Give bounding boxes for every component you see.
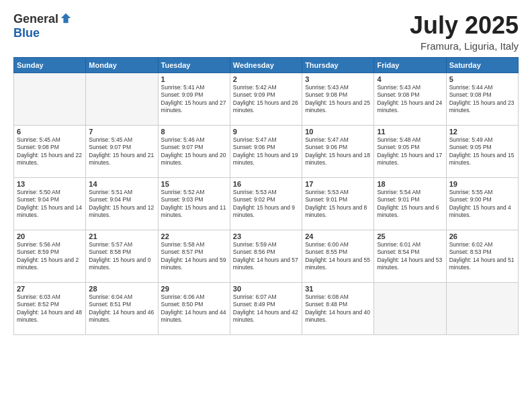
day-info: Sunrise: 6:04 AM Sunset: 8:51 PM Dayligh… — [89, 293, 154, 324]
calendar-cell — [446, 282, 518, 334]
logo-blue-text: Blue — [13, 26, 40, 40]
col-thursday: Thursday — [302, 57, 374, 73]
calendar-cell: 16Sunrise: 5:53 AM Sunset: 9:02 PM Dayli… — [230, 177, 302, 230]
day-number: 19 — [449, 180, 515, 188]
day-info: Sunrise: 5:45 AM Sunset: 9:07 PM Dayligh… — [89, 136, 154, 167]
day-number: 30 — [233, 285, 299, 293]
calendar-cell: 8Sunrise: 5:46 AM Sunset: 9:07 PM Daylig… — [158, 125, 230, 177]
day-info: Sunrise: 6:07 AM Sunset: 8:49 PM Dayligh… — [233, 293, 299, 324]
day-number: 10 — [305, 128, 371, 136]
day-info: Sunrise: 5:48 AM Sunset: 9:05 PM Dayligh… — [377, 136, 443, 167]
day-info: Sunrise: 5:47 AM Sunset: 9:06 PM Dayligh… — [305, 136, 371, 167]
calendar-cell: 9Sunrise: 5:47 AM Sunset: 9:06 PM Daylig… — [230, 125, 302, 177]
calendar-cell: 11Sunrise: 5:48 AM Sunset: 9:05 PM Dayli… — [374, 125, 446, 177]
calendar-cell: 21Sunrise: 5:57 AM Sunset: 8:58 PM Dayli… — [86, 230, 158, 282]
calendar-cell: 18Sunrise: 5:54 AM Sunset: 9:01 PM Dayli… — [374, 177, 446, 230]
day-info: Sunrise: 6:01 AM Sunset: 8:54 PM Dayligh… — [377, 241, 443, 272]
day-number: 22 — [161, 232, 227, 240]
logo: General Blue — [13, 12, 72, 40]
day-number: 8 — [161, 128, 227, 136]
calendar-header-row: Sunday Monday Tuesday Wednesday Thursday… — [14, 57, 519, 73]
day-number: 16 — [233, 180, 299, 188]
logo-icon — [60, 12, 72, 24]
calendar-cell: 28Sunrise: 6:04 AM Sunset: 8:51 PM Dayli… — [86, 282, 158, 334]
header: General Blue July 2025 Framura, Liguria,… — [13, 12, 519, 52]
calendar-cell: 23Sunrise: 5:59 AM Sunset: 8:56 PM Dayli… — [230, 230, 302, 282]
week-row-3: 20Sunrise: 5:56 AM Sunset: 8:59 PM Dayli… — [14, 230, 519, 282]
day-info: Sunrise: 5:55 AM Sunset: 9:00 PM Dayligh… — [449, 189, 515, 220]
day-number: 6 — [17, 128, 83, 136]
calendar-cell: 17Sunrise: 5:53 AM Sunset: 9:01 PM Dayli… — [302, 177, 374, 230]
day-number: 4 — [377, 75, 443, 83]
day-info: Sunrise: 5:49 AM Sunset: 9:05 PM Dayligh… — [449, 136, 515, 167]
day-number: 24 — [305, 232, 371, 240]
day-number: 13 — [17, 180, 83, 188]
day-number: 26 — [449, 232, 515, 240]
day-info: Sunrise: 5:41 AM Sunset: 9:09 PM Dayligh… — [161, 84, 227, 115]
day-number: 31 — [305, 285, 371, 293]
day-info: Sunrise: 5:42 AM Sunset: 9:09 PM Dayligh… — [233, 84, 299, 115]
title-block: July 2025 Framura, Liguria, Italy — [410, 12, 519, 52]
day-info: Sunrise: 5:58 AM Sunset: 8:57 PM Dayligh… — [161, 241, 227, 272]
day-number: 14 — [89, 180, 154, 188]
day-info: Sunrise: 5:46 AM Sunset: 9:07 PM Dayligh… — [161, 136, 227, 167]
day-number: 27 — [17, 285, 83, 293]
calendar-cell: 7Sunrise: 5:45 AM Sunset: 9:07 PM Daylig… — [86, 125, 158, 177]
day-info: Sunrise: 6:00 AM Sunset: 8:55 PM Dayligh… — [305, 241, 371, 272]
day-info: Sunrise: 5:45 AM Sunset: 9:08 PM Dayligh… — [17, 136, 83, 167]
day-number: 17 — [305, 180, 371, 188]
day-number: 23 — [233, 232, 299, 240]
calendar-cell: 1Sunrise: 5:41 AM Sunset: 9:09 PM Daylig… — [158, 73, 230, 125]
day-number: 29 — [161, 285, 227, 293]
day-info: Sunrise: 6:06 AM Sunset: 8:50 PM Dayligh… — [161, 293, 227, 324]
calendar-cell: 6Sunrise: 5:45 AM Sunset: 9:08 PM Daylig… — [14, 125, 86, 177]
day-number: 15 — [161, 180, 227, 188]
week-row-4: 27Sunrise: 6:03 AM Sunset: 8:52 PM Dayli… — [14, 282, 519, 334]
day-info: Sunrise: 5:50 AM Sunset: 9:04 PM Dayligh… — [17, 189, 83, 220]
day-info: Sunrise: 6:03 AM Sunset: 8:52 PM Dayligh… — [17, 293, 83, 324]
day-info: Sunrise: 5:59 AM Sunset: 8:56 PM Dayligh… — [233, 241, 299, 272]
calendar-cell: 10Sunrise: 5:47 AM Sunset: 9:06 PM Dayli… — [302, 125, 374, 177]
week-row-0: 1Sunrise: 5:41 AM Sunset: 9:09 PM Daylig… — [14, 73, 519, 125]
day-info: Sunrise: 5:53 AM Sunset: 9:02 PM Dayligh… — [233, 189, 299, 220]
day-number: 28 — [89, 285, 154, 293]
calendar-cell: 25Sunrise: 6:01 AM Sunset: 8:54 PM Dayli… — [374, 230, 446, 282]
calendar-cell: 22Sunrise: 5:58 AM Sunset: 8:57 PM Dayli… — [158, 230, 230, 282]
calendar-cell: 20Sunrise: 5:56 AM Sunset: 8:59 PM Dayli… — [14, 230, 86, 282]
week-row-1: 6Sunrise: 5:45 AM Sunset: 9:08 PM Daylig… — [14, 125, 519, 177]
calendar-cell: 26Sunrise: 6:02 AM Sunset: 8:53 PM Dayli… — [446, 230, 518, 282]
day-number: 2 — [233, 75, 299, 83]
day-info: Sunrise: 6:08 AM Sunset: 8:48 PM Dayligh… — [305, 293, 371, 324]
day-number: 7 — [89, 128, 154, 136]
day-info: Sunrise: 5:43 AM Sunset: 9:08 PM Dayligh… — [305, 84, 371, 115]
day-info: Sunrise: 5:51 AM Sunset: 9:04 PM Dayligh… — [89, 189, 154, 220]
calendar: Sunday Monday Tuesday Wednesday Thursday… — [13, 57, 519, 335]
day-number: 20 — [17, 232, 83, 240]
col-tuesday: Tuesday — [158, 57, 230, 73]
day-info: Sunrise: 5:54 AM Sunset: 9:01 PM Dayligh… — [377, 189, 443, 220]
calendar-cell: 29Sunrise: 6:06 AM Sunset: 8:50 PM Dayli… — [158, 282, 230, 334]
col-monday: Monday — [86, 57, 158, 73]
logo-general-text: General — [13, 12, 58, 26]
col-sunday: Sunday — [14, 57, 86, 73]
calendar-cell: 31Sunrise: 6:08 AM Sunset: 8:48 PM Dayli… — [302, 282, 374, 334]
day-number: 21 — [89, 232, 154, 240]
calendar-cell — [86, 73, 158, 125]
location: Framura, Liguria, Italy — [410, 40, 519, 52]
day-number: 5 — [449, 75, 515, 83]
day-number: 11 — [377, 128, 443, 136]
calendar-cell: 27Sunrise: 6:03 AM Sunset: 8:52 PM Dayli… — [14, 282, 86, 334]
calendar-cell: 2Sunrise: 5:42 AM Sunset: 9:09 PM Daylig… — [230, 73, 302, 125]
calendar-cell — [14, 73, 86, 125]
calendar-cell: 24Sunrise: 6:00 AM Sunset: 8:55 PM Dayli… — [302, 230, 374, 282]
calendar-cell — [374, 282, 446, 334]
month-title: July 2025 — [410, 12, 519, 39]
calendar-cell: 3Sunrise: 5:43 AM Sunset: 9:08 PM Daylig… — [302, 73, 374, 125]
page: General Blue July 2025 Framura, Liguria,… — [0, 0, 532, 411]
calendar-cell: 13Sunrise: 5:50 AM Sunset: 9:04 PM Dayli… — [14, 177, 86, 230]
svg-marker-0 — [61, 13, 71, 22]
day-number: 1 — [161, 75, 227, 83]
col-friday: Friday — [374, 57, 446, 73]
week-row-2: 13Sunrise: 5:50 AM Sunset: 9:04 PM Dayli… — [14, 177, 519, 230]
day-info: Sunrise: 5:53 AM Sunset: 9:01 PM Dayligh… — [305, 189, 371, 220]
